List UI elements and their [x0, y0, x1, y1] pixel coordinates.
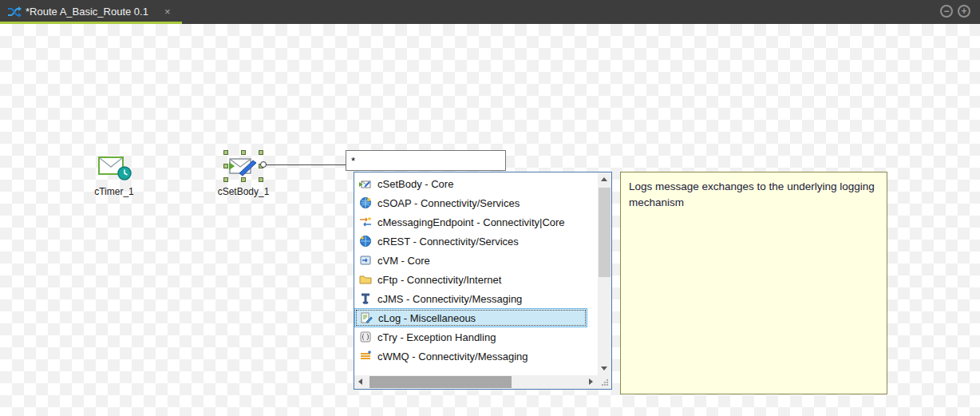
component-item-label: cWMQ - Connectivity/Messaging	[377, 351, 528, 363]
component-description-tooltip: Logs message exchanges to the underlying…	[620, 172, 887, 394]
component-search-input[interactable]	[346, 150, 506, 171]
routes-icon	[7, 6, 22, 18]
horizontal-scrollbar-thumb[interactable]	[369, 376, 512, 388]
scroll-down-button[interactable]	[598, 362, 611, 375]
list-item-cmessagingendpoint[interactable]: cMessagingEndpoint - Connectivity|Core	[354, 212, 598, 232]
list-item-cvm[interactable]: cVM - Core	[354, 251, 598, 270]
horizontal-scrollbar[interactable]	[354, 375, 598, 389]
clog-icon	[360, 311, 373, 324]
component-item-label: cJMS - Connectivity/Messaging	[377, 293, 522, 305]
list-item-csoap[interactable]: cSOAP - Connectivity/Services	[354, 193, 598, 212]
list-item-ctry[interactable]: cTry - Exception Handling	[354, 327, 598, 347]
component-item-label: cFtp - Connectivity/Internet	[377, 274, 501, 286]
cmessagingendpoint-icon	[359, 216, 372, 228]
scroll-left-button[interactable]	[354, 375, 368, 389]
connection-endpoint-handle[interactable]	[260, 161, 267, 168]
tab-title[interactable]: *Route A_Basic_Route 0.1	[26, 6, 148, 18]
component-item-label: cSOAP - Connectivity/Services	[377, 197, 520, 209]
cjms-icon	[359, 292, 372, 305]
list-item-csetbody[interactable]: cSetBody - Core	[354, 174, 598, 193]
component-item-label: cSetBody - Core	[377, 178, 453, 190]
scroll-up-button[interactable]	[598, 172, 611, 186]
list-item-cjms[interactable]: cJMS - Connectivity/Messaging	[354, 289, 598, 308]
component-item-label: cLog - Miscellaneous	[378, 312, 476, 324]
route-editor-window: *Route A_Basic_Route 0.1 × − + cTimer_1	[0, 0, 980, 416]
component-item-label: cREST - Connectivity/Services	[377, 236, 519, 248]
scroll-right-button[interactable]	[584, 375, 598, 389]
component-item-label: cTry - Exception Handling	[377, 331, 496, 343]
tab-close-icon[interactable]: ×	[164, 6, 171, 18]
ctry-icon	[359, 331, 372, 343]
component-item-label: cMessagingEndpoint - Connectivity|Core	[377, 216, 565, 228]
list-item-clog[interactable]: cLog - Miscellaneous	[354, 308, 587, 327]
csetbody-icon	[359, 177, 372, 190]
selection-handle[interactable]	[223, 150, 228, 155]
csoap-icon	[359, 196, 372, 209]
list-item-cwmq[interactable]: cWMQ - Connectivity/Messaging	[354, 347, 598, 366]
component-item-label: cVM - Core	[377, 255, 430, 267]
ctimer-icon	[97, 154, 132, 181]
cftp-icon	[359, 273, 372, 286]
selection-handle[interactable]	[223, 164, 228, 168]
csetbody-node-icon	[229, 156, 259, 178]
route-design-canvas[interactable]: cTimer_1 cSetBody_1	[0, 24, 980, 416]
vertical-scrollbar[interactable]	[598, 172, 611, 375]
cwmq-icon	[359, 350, 372, 363]
node-ctimer-label: cTimer_1	[70, 186, 158, 197]
selection-handle[interactable]	[241, 177, 246, 182]
maximize-view-button[interactable]: +	[958, 5, 970, 18]
crest-icon	[359, 235, 372, 248]
vertical-scrollbar-thumb[interactable]	[599, 188, 611, 277]
selection-handle[interactable]	[259, 177, 263, 182]
selection-handle[interactable]	[241, 150, 246, 155]
selection-handle[interactable]	[259, 150, 263, 155]
minimize-view-button[interactable]: −	[940, 5, 953, 18]
cvm-icon	[359, 254, 372, 267]
connection-line	[264, 164, 346, 165]
editor-tab-bar: *Route A_Basic_Route 0.1 × − +	[0, 0, 980, 24]
component-suggestion-list: cSetBody - Core cSOAP - Connectivity/Ser…	[354, 172, 612, 390]
resize-grip[interactable]	[598, 375, 611, 389]
node-ctimer[interactable]	[97, 154, 132, 181]
list-item-cftp[interactable]: cFtp - Connectivity/Internet	[354, 270, 598, 289]
node-csetbody-label: cSetBody_1	[200, 186, 287, 197]
list-item-crest[interactable]: cREST - Connectivity/Services	[354, 232, 598, 251]
selection-handle[interactable]	[223, 177, 228, 182]
node-csetbody[interactable]	[223, 150, 265, 184]
component-items: cSetBody - Core cSOAP - Connectivity/Ser…	[354, 172, 598, 375]
